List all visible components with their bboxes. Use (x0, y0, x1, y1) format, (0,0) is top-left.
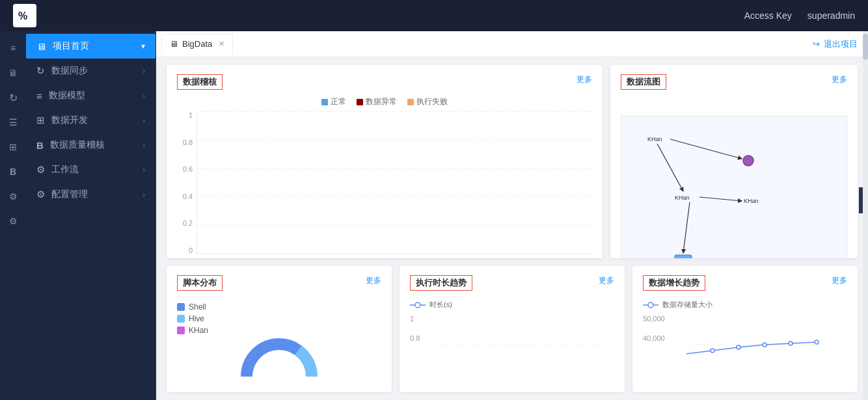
growth-chart: 50,000 40,000 (643, 315, 847, 373)
grid-line-3 (197, 168, 592, 169)
nav-label-model: 数据模型 (49, 90, 85, 101)
legend-dot-normal (321, 99, 328, 105)
nav-arrow-sync: › (142, 67, 145, 75)
nav-label-home: 项目首页 (53, 40, 89, 52)
tab-close-bigdata[interactable]: ✕ (219, 40, 224, 48)
nav-arrow-model: › (142, 92, 145, 100)
donut-svg (240, 338, 318, 383)
svg-point-23 (737, 345, 740, 349)
tab-bar: 🖥 BigData ✕ ↪ 退出项目 (156, 31, 868, 57)
svg-point-25 (789, 341, 793, 345)
nav-item-dev[interactable]: ⊞ 数据开发 › (26, 108, 156, 133)
topbar-right: Access Key superadmin (744, 10, 855, 21)
bottom-row: 脚本分布 更多 Shell Hive (167, 266, 858, 392)
nav-label-workflow: 工作流 (51, 164, 79, 176)
exec-trend-title: 执行时长趋势 (410, 275, 472, 291)
svg-point-5 (743, 155, 753, 166)
sidebar-icon-home[interactable]: 🖥 (1, 61, 25, 85)
script-legend: Shell Hive KHan (177, 302, 381, 335)
tab-icon-monitor: 🖥 (170, 39, 178, 49)
svg-text:KHan: KHan (744, 198, 759, 204)
growth-legend-label: 数据存储量大小 (662, 300, 712, 310)
legend-label-hive: Hive (189, 314, 204, 323)
data-growth-title: 数据增长趋势 (643, 275, 705, 291)
nav-label-config: 配置管理 (51, 189, 88, 200)
data-growth-more[interactable]: 更多 (832, 275, 847, 286)
data-check-title: 数据稽核 (177, 74, 223, 90)
sidebar-icon-workflow[interactable]: ⚙ (1, 185, 25, 208)
growth-legend: 数据存储量大小 (643, 300, 847, 310)
grid-line-5 (197, 225, 592, 226)
svg-point-26 (815, 340, 819, 344)
script-dist-more[interactable]: 更多 (366, 275, 381, 286)
exec-legend: 时长(s) (410, 300, 614, 310)
dev-icon: ⊞ (36, 114, 45, 126)
legend-shell: Shell (177, 302, 381, 312)
tab-label-bigdata: BigData (182, 39, 212, 49)
access-key-link[interactable]: Access Key (744, 10, 792, 21)
nav-arrow-config: › (142, 191, 145, 198)
nav-dropdown-home: ▾ (141, 42, 145, 51)
svg-point-24 (763, 343, 766, 347)
legend-dot-failed (407, 99, 414, 105)
exit-label: 退出项目 (824, 38, 858, 50)
exit-icon: ↪ (813, 39, 820, 49)
nav-item-sync[interactable]: ↻ 数据同步 › (26, 59, 156, 83)
workflow-icon: ⚙ (36, 164, 45, 176)
legend-color-khan (177, 327, 185, 334)
scrollbar-track[interactable] (863, 31, 868, 400)
sidebar-icon-sync[interactable]: ↻ (1, 86, 25, 109)
legend-label-normal: 正常 (331, 96, 346, 107)
nav-item-home[interactable]: 🖥 项目首页 ▾ (26, 34, 156, 59)
grid-line-2 (197, 140, 592, 140)
dashboard: 数据稽核 更多 正常 数据异常 执行失败 (156, 57, 868, 400)
nav-item-workflow[interactable]: ⚙ 工作流 › (26, 157, 156, 182)
nav-item-quality[interactable]: B 数据质量稽核 › (26, 133, 156, 157)
legend-anomaly: 数据异常 (357, 96, 397, 107)
flow-diagram-area: KHan KHan KHan (621, 116, 847, 258)
growth-line-svg (643, 315, 847, 373)
exec-trend-more[interactable]: 更多 (599, 275, 614, 286)
nav-item-config[interactable]: ⚙ 配置管理 › (26, 182, 156, 207)
sidebar-icon-model[interactable]: ☰ (1, 111, 25, 134)
topbar: % Access Key superadmin (0, 0, 868, 31)
sidebar-icon-dev[interactable]: ⊞ (1, 135, 25, 159)
legend-label-failed: 执行失败 (416, 96, 448, 107)
tab-bigdata[interactable]: 🖥 BigData ✕ (161, 34, 233, 55)
data-flow-title: 数据流图 (621, 74, 666, 90)
nav-label-sync: 数据同步 (51, 65, 88, 77)
legend-khan: KHan (177, 326, 381, 335)
data-check-plot (197, 111, 592, 254)
legend-label-anomaly: 数据异常 (366, 96, 397, 107)
grid-line-6 (197, 254, 592, 254)
nav-item-model[interactable]: ≡ 数据模型 › (26, 83, 156, 108)
scrollbar-thumb[interactable] (863, 34, 868, 60)
sidebar-icons: ≡ 🖥 ↻ ☰ ⊞ B ⚙ ⚙ (0, 31, 26, 400)
nav-label-quality: 数据质量稽核 (50, 139, 105, 151)
data-check-chart: 1 0.8 0.6 0.4 0.2 0 (177, 111, 592, 254)
sidebar-icon-quality[interactable]: B (1, 160, 25, 183)
script-dist-title: 脚本分布 (177, 275, 223, 291)
data-check-yaxis: 1 0.8 0.6 0.4 0.2 0 (177, 111, 197, 254)
exit-project-button[interactable]: ↪ 退出项目 (813, 38, 863, 50)
growth-legend-icon (643, 302, 658, 308)
exec-trend-card: 执行时长趋势 更多 时长(s) 1 0.8 (400, 266, 625, 392)
data-check-more[interactable]: 更多 (576, 74, 592, 85)
exec-line-svg (410, 315, 614, 373)
svg-text:KHan: KHan (675, 194, 690, 201)
sync-icon: ↻ (36, 65, 45, 77)
data-flow-more[interactable]: 更多 (832, 74, 847, 85)
nav-arrow-dev: › (142, 116, 145, 124)
legend-label-khan: KHan (189, 326, 208, 335)
data-growth-card: 数据增长趋势 更多 数据存储量大小 50,000 4 (632, 266, 858, 392)
nav-arrow-workflow: › (142, 166, 145, 174)
legend-label-shell: Shell (189, 302, 206, 312)
sidebar-icon-config[interactable]: ⚙ (1, 209, 25, 233)
data-check-card: 数据稽核 更多 正常 数据异常 执行失败 (167, 65, 603, 258)
svg-point-22 (711, 349, 714, 353)
legend-failed: 执行失败 (407, 96, 448, 107)
svg-point-12 (415, 302, 420, 308)
sidebar-nav: 🖥 项目首页 ▾ ↻ 数据同步 › ≡ 数据模型 › ⊞ 数据开发 (26, 31, 156, 400)
nav-arrow-quality: › (142, 141, 145, 149)
sidebar-icon-menu[interactable]: ≡ (1, 36, 25, 60)
